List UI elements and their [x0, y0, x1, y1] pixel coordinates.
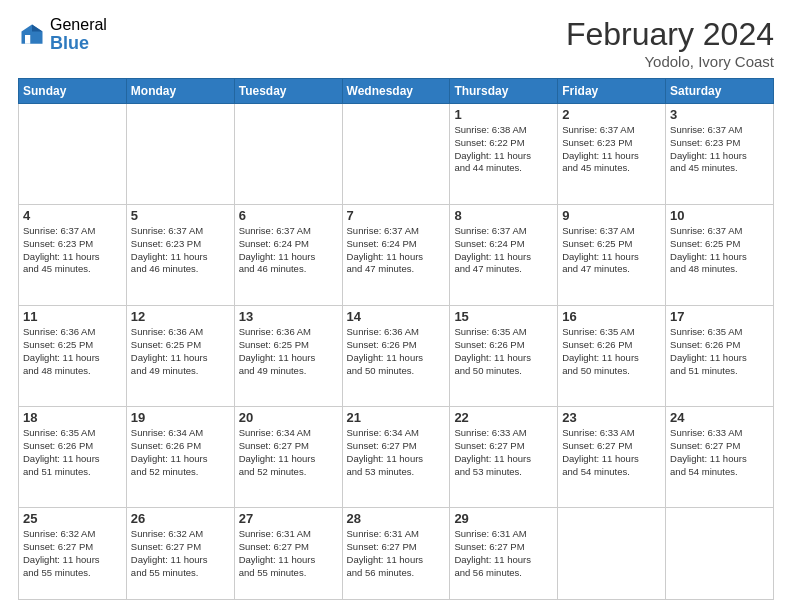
logo-text: General Blue — [50, 16, 107, 53]
calendar-cell: 1Sunrise: 6:38 AM Sunset: 6:22 PM Daylig… — [450, 104, 558, 205]
day-number: 22 — [454, 410, 553, 425]
day-number: 2 — [562, 107, 661, 122]
col-saturday: Saturday — [666, 79, 774, 104]
day-info: Sunrise: 6:37 AM Sunset: 6:23 PM Dayligh… — [131, 225, 230, 276]
logo-blue: Blue — [50, 34, 107, 54]
day-number: 17 — [670, 309, 769, 324]
day-number: 27 — [239, 511, 338, 526]
day-info: Sunrise: 6:34 AM Sunset: 6:27 PM Dayligh… — [347, 427, 446, 478]
calendar-cell: 23Sunrise: 6:33 AM Sunset: 6:27 PM Dayli… — [558, 407, 666, 508]
calendar-cell: 10Sunrise: 6:37 AM Sunset: 6:25 PM Dayli… — [666, 205, 774, 306]
day-number: 13 — [239, 309, 338, 324]
svg-marker-1 — [32, 24, 43, 31]
calendar-cell: 3Sunrise: 6:37 AM Sunset: 6:23 PM Daylig… — [666, 104, 774, 205]
day-info: Sunrise: 6:37 AM Sunset: 6:25 PM Dayligh… — [562, 225, 661, 276]
day-number: 9 — [562, 208, 661, 223]
svg-rect-2 — [25, 35, 30, 44]
day-info: Sunrise: 6:36 AM Sunset: 6:25 PM Dayligh… — [239, 326, 338, 377]
calendar-table: Sunday Monday Tuesday Wednesday Thursday… — [18, 78, 774, 600]
day-info: Sunrise: 6:33 AM Sunset: 6:27 PM Dayligh… — [670, 427, 769, 478]
day-number: 1 — [454, 107, 553, 122]
day-info: Sunrise: 6:31 AM Sunset: 6:27 PM Dayligh… — [454, 528, 553, 579]
calendar-cell: 25Sunrise: 6:32 AM Sunset: 6:27 PM Dayli… — [19, 508, 127, 600]
calendar-cell: 11Sunrise: 6:36 AM Sunset: 6:25 PM Dayli… — [19, 306, 127, 407]
calendar-cell: 16Sunrise: 6:35 AM Sunset: 6:26 PM Dayli… — [558, 306, 666, 407]
day-number: 23 — [562, 410, 661, 425]
day-number: 4 — [23, 208, 122, 223]
calendar-cell: 5Sunrise: 6:37 AM Sunset: 6:23 PM Daylig… — [126, 205, 234, 306]
calendar-cell: 6Sunrise: 6:37 AM Sunset: 6:24 PM Daylig… — [234, 205, 342, 306]
day-number: 25 — [23, 511, 122, 526]
day-info: Sunrise: 6:35 AM Sunset: 6:26 PM Dayligh… — [23, 427, 122, 478]
day-info: Sunrise: 6:36 AM Sunset: 6:25 PM Dayligh… — [131, 326, 230, 377]
day-number: 29 — [454, 511, 553, 526]
calendar-cell — [234, 104, 342, 205]
day-number: 16 — [562, 309, 661, 324]
calendar-cell: 17Sunrise: 6:35 AM Sunset: 6:26 PM Dayli… — [666, 306, 774, 407]
day-number: 10 — [670, 208, 769, 223]
calendar-cell: 2Sunrise: 6:37 AM Sunset: 6:23 PM Daylig… — [558, 104, 666, 205]
calendar-cell: 18Sunrise: 6:35 AM Sunset: 6:26 PM Dayli… — [19, 407, 127, 508]
day-info: Sunrise: 6:32 AM Sunset: 6:27 PM Dayligh… — [23, 528, 122, 579]
day-info: Sunrise: 6:33 AM Sunset: 6:27 PM Dayligh… — [562, 427, 661, 478]
calendar-cell: 29Sunrise: 6:31 AM Sunset: 6:27 PM Dayli… — [450, 508, 558, 600]
page: General Blue February 2024 Yodolo, Ivory… — [0, 0, 792, 612]
day-info: Sunrise: 6:36 AM Sunset: 6:26 PM Dayligh… — [347, 326, 446, 377]
calendar-cell: 28Sunrise: 6:31 AM Sunset: 6:27 PM Dayli… — [342, 508, 450, 600]
day-number: 14 — [347, 309, 446, 324]
calendar-row-2: 11Sunrise: 6:36 AM Sunset: 6:25 PM Dayli… — [19, 306, 774, 407]
calendar-cell: 20Sunrise: 6:34 AM Sunset: 6:27 PM Dayli… — [234, 407, 342, 508]
calendar-cell: 15Sunrise: 6:35 AM Sunset: 6:26 PM Dayli… — [450, 306, 558, 407]
day-info: Sunrise: 6:31 AM Sunset: 6:27 PM Dayligh… — [239, 528, 338, 579]
day-number: 15 — [454, 309, 553, 324]
calendar-cell — [342, 104, 450, 205]
col-tuesday: Tuesday — [234, 79, 342, 104]
calendar-row-0: 1Sunrise: 6:38 AM Sunset: 6:22 PM Daylig… — [19, 104, 774, 205]
day-info: Sunrise: 6:37 AM Sunset: 6:23 PM Dayligh… — [23, 225, 122, 276]
day-number: 24 — [670, 410, 769, 425]
title-block: February 2024 Yodolo, Ivory Coast — [566, 16, 774, 70]
calendar-cell: 14Sunrise: 6:36 AM Sunset: 6:26 PM Dayli… — [342, 306, 450, 407]
day-info: Sunrise: 6:33 AM Sunset: 6:27 PM Dayligh… — [454, 427, 553, 478]
day-info: Sunrise: 6:32 AM Sunset: 6:27 PM Dayligh… — [131, 528, 230, 579]
calendar-cell: 12Sunrise: 6:36 AM Sunset: 6:25 PM Dayli… — [126, 306, 234, 407]
day-number: 26 — [131, 511, 230, 526]
day-info: Sunrise: 6:38 AM Sunset: 6:22 PM Dayligh… — [454, 124, 553, 175]
day-info: Sunrise: 6:34 AM Sunset: 6:27 PM Dayligh… — [239, 427, 338, 478]
calendar-cell: 4Sunrise: 6:37 AM Sunset: 6:23 PM Daylig… — [19, 205, 127, 306]
day-info: Sunrise: 6:37 AM Sunset: 6:24 PM Dayligh… — [239, 225, 338, 276]
col-thursday: Thursday — [450, 79, 558, 104]
calendar-cell — [558, 508, 666, 600]
calendar-cell: 13Sunrise: 6:36 AM Sunset: 6:25 PM Dayli… — [234, 306, 342, 407]
day-number: 11 — [23, 309, 122, 324]
day-info: Sunrise: 6:35 AM Sunset: 6:26 PM Dayligh… — [562, 326, 661, 377]
logo: General Blue — [18, 16, 107, 53]
logo-general: General — [50, 16, 107, 34]
calendar-row-1: 4Sunrise: 6:37 AM Sunset: 6:23 PM Daylig… — [19, 205, 774, 306]
col-friday: Friday — [558, 79, 666, 104]
day-number: 19 — [131, 410, 230, 425]
logo-icon — [18, 21, 46, 49]
calendar-row-3: 18Sunrise: 6:35 AM Sunset: 6:26 PM Dayli… — [19, 407, 774, 508]
day-info: Sunrise: 6:35 AM Sunset: 6:26 PM Dayligh… — [670, 326, 769, 377]
day-number: 12 — [131, 309, 230, 324]
calendar-cell: 21Sunrise: 6:34 AM Sunset: 6:27 PM Dayli… — [342, 407, 450, 508]
calendar-cell: 27Sunrise: 6:31 AM Sunset: 6:27 PM Dayli… — [234, 508, 342, 600]
day-number: 21 — [347, 410, 446, 425]
day-number: 5 — [131, 208, 230, 223]
day-number: 18 — [23, 410, 122, 425]
day-info: Sunrise: 6:34 AM Sunset: 6:26 PM Dayligh… — [131, 427, 230, 478]
day-number: 6 — [239, 208, 338, 223]
day-number: 8 — [454, 208, 553, 223]
day-info: Sunrise: 6:37 AM Sunset: 6:24 PM Dayligh… — [347, 225, 446, 276]
calendar-cell: 26Sunrise: 6:32 AM Sunset: 6:27 PM Dayli… — [126, 508, 234, 600]
calendar-row-4: 25Sunrise: 6:32 AM Sunset: 6:27 PM Dayli… — [19, 508, 774, 600]
calendar-cell: 9Sunrise: 6:37 AM Sunset: 6:25 PM Daylig… — [558, 205, 666, 306]
header: General Blue February 2024 Yodolo, Ivory… — [18, 16, 774, 70]
day-number: 28 — [347, 511, 446, 526]
calendar-cell — [666, 508, 774, 600]
day-info: Sunrise: 6:37 AM Sunset: 6:24 PM Dayligh… — [454, 225, 553, 276]
col-monday: Monday — [126, 79, 234, 104]
calendar-cell: 22Sunrise: 6:33 AM Sunset: 6:27 PM Dayli… — [450, 407, 558, 508]
calendar-subtitle: Yodolo, Ivory Coast — [566, 53, 774, 70]
